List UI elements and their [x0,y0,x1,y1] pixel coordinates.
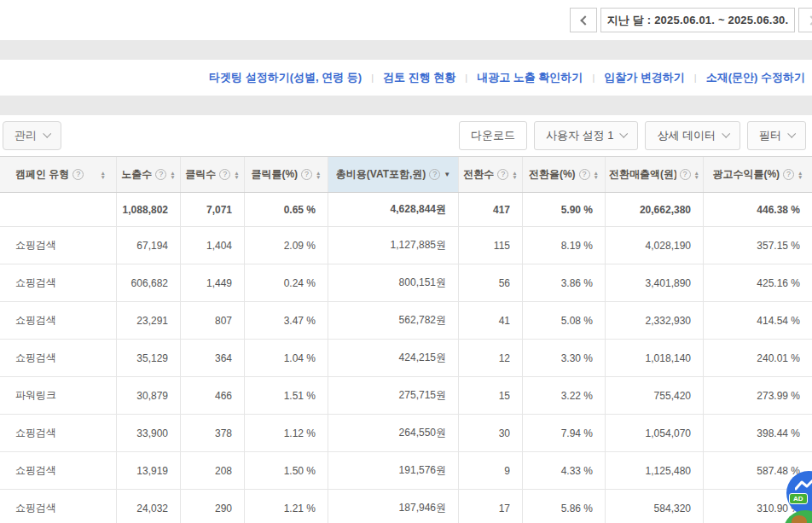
column-label: 전환율(%) [529,167,576,182]
quick-links-bar: 타겟팅 설정하기(성별, 연령 등)|검토 진행 현황|내광고 노출 확인하기|… [0,60,812,96]
metric-cell: 3.47 % [245,302,328,339]
metric-cell: 3,401,890 [606,264,704,301]
quick-link-2[interactable]: 내광고 노출 확인하기 [477,70,583,85]
quick-link-4[interactable]: 소재(문안) 수정하기 [706,70,805,85]
metric-cell: 35,129 [117,340,181,376]
metric-cell: 3.22 % [523,377,606,414]
campaign-type-cell: 쇼핑검색 [0,227,117,264]
chart-wave-icon [795,479,812,492]
sort-icon[interactable]: ▲▼ [316,171,321,179]
metric-cell: 5.08 % [523,302,606,339]
metric-cell: 4,628,844원 [328,193,459,226]
column-header-7[interactable]: 전환매출액(원)?▲▼ [606,157,704,192]
detail-data-dropdown-button[interactable]: 상세 데이터 [645,121,740,150]
metric-cell: 1,404 [181,227,245,264]
user-setting-dropdown-button[interactable]: 사용자 설정 1 [534,121,638,150]
quick-link-0[interactable]: 타겟팅 설정하기(성별, 연령 등) [209,70,362,85]
column-header-2[interactable]: 클릭수?▲▼ [181,157,245,192]
help-icon[interactable]: ? [429,169,440,180]
table-body: 1,088,8027,0710.65 %4,628,844원4175.90 %2… [0,193,812,523]
manage-dropdown-button[interactable]: 관리 [3,121,61,150]
sort-icon[interactable]: ▲▼ [594,171,599,179]
link-separator: | [371,73,374,83]
sort-icon[interactable]: ▲▼ [512,171,517,179]
metric-cell: 7,071 [181,193,245,226]
help-icon[interactable]: ? [72,169,84,180]
metric-cell: 3.86 % [523,264,606,301]
toolbar-right-group: 다운로드 사용자 설정 1 상세 데이터 필터 [459,121,806,150]
campaign-report-table: 캠페인 유형?▲▼노출수?▲▼클릭수?▲▼클릭률(%)?▲▼총비용(VAT포함,… [0,156,812,523]
table-row: 쇼핑검색33,9003781.12 %264,550원307.94 %1,054… [0,415,812,452]
table-total-row: 1,088,8027,0710.65 %4,628,844원4175.90 %2… [0,193,812,227]
metric-cell: 191,576원 [328,452,459,489]
header-label-group: 클릭수?▲▼ [185,167,239,182]
metric-cell: 3.30 % [523,340,606,376]
column-label: 광고수익률(%) [712,167,780,182]
table-header-row: 캠페인 유형?▲▼노출수?▲▼클릭수?▲▼클릭률(%)?▲▼총비용(VAT포함,… [0,157,812,193]
metric-cell: 417 [459,193,523,226]
chat-character-icon [792,515,807,523]
metric-cell: 20,662,380 [606,193,704,226]
metric-cell: 0.65 % [245,193,328,226]
header-label-group: 전환율(%)?▲▼ [529,167,599,182]
next-period-button[interactable] [798,8,812,32]
metric-cell: 9 [459,452,523,489]
help-icon[interactable]: ? [680,169,691,180]
metric-cell: 275,715원 [328,377,459,414]
metric-cell: 466 [181,377,245,414]
help-icon[interactable]: ? [155,169,166,180]
column-header-6[interactable]: 전환율(%)?▲▼ [523,157,606,192]
download-label: 다운로드 [471,128,515,143]
column-header-5[interactable]: 전환수?▲▼ [459,157,523,192]
sort-icon[interactable]: ▲▼ [234,171,239,179]
help-icon[interactable]: ? [301,169,312,180]
sort-icon[interactable]: ▲▼ [798,171,803,179]
metric-cell: 17 [459,490,523,523]
prev-period-button[interactable] [570,8,597,32]
date-range-label: 지난 달 : 2025.06.01. ~ 2025.06.30. [600,8,795,32]
table-toolbar: 관리 다운로드 사용자 설정 1 상세 데이터 필터 [0,115,812,156]
metric-cell: 414.54 % [704,302,812,339]
column-header-1[interactable]: 노출수?▲▼ [117,157,181,192]
user-setting-label: 사용자 설정 1 [546,128,613,143]
header-label-group: 노출수?▲▼ [121,167,175,182]
sort-desc-icon[interactable]: ▼ [444,171,450,178]
metric-cell: 8.19 % [523,227,606,264]
metric-cell: 800,151원 [328,264,459,301]
metric-cell: 24,032 [117,490,181,523]
metric-cell: 755,420 [606,377,704,414]
chevron-down-icon [43,130,51,138]
table-row: 쇼핑검색13,9192081.50 %191,576원94.33 %1,125,… [0,452,812,490]
metric-cell: 41 [459,302,523,339]
detail-data-label: 상세 데이터 [657,128,716,143]
column-header-3[interactable]: 클릭률(%)?▲▼ [245,157,328,192]
help-icon[interactable]: ? [783,169,794,180]
download-button[interactable]: 다운로드 [459,121,527,150]
metric-cell: 364 [181,340,245,376]
table-row: 쇼핑검색67,1941,4042.09 %1,127,885원1158.19 %… [0,227,812,264]
metric-cell: 562,782원 [328,302,459,339]
metric-cell: 33,900 [117,415,181,451]
link-separator: | [465,73,467,83]
header-label-group: 전환매출액(원)?▲▼ [609,167,699,182]
sort-icon[interactable]: ▲▼ [170,171,175,179]
help-icon[interactable]: ? [219,169,230,180]
help-icon[interactable]: ? [497,169,508,180]
metric-cell: 606,682 [117,264,181,301]
sort-icon[interactable]: ▲▼ [101,171,106,179]
column-label: 캠페인 유형 [15,167,69,182]
header-label-group: 전환수?▲▼ [463,167,517,182]
filter-dropdown-button[interactable]: 필터 [747,121,806,150]
top-bar: 지난 달 : 2025.06.01. ~ 2025.06.30. [0,0,812,40]
quick-link-1[interactable]: 검토 진행 현황 [383,70,455,85]
metric-cell: 584,320 [606,490,704,523]
help-icon[interactable]: ? [579,169,590,180]
table-row: 쇼핑검색23,2918073.47 %562,782원415.08 %2,332… [0,302,812,340]
sort-icon[interactable]: ▲▼ [694,171,699,179]
column-header-8[interactable]: 광고수익률(%)?▲▼ [704,157,812,192]
column-header-0[interactable]: 캠페인 유형?▲▼ [0,157,117,192]
column-label: 클릭률(%) [251,167,298,182]
quick-link-3[interactable]: 입찰가 변경하기 [604,70,685,85]
metric-cell: 264,550원 [328,415,459,451]
column-header-4[interactable]: 총비용(VAT포함,원)?▼ [328,157,459,192]
